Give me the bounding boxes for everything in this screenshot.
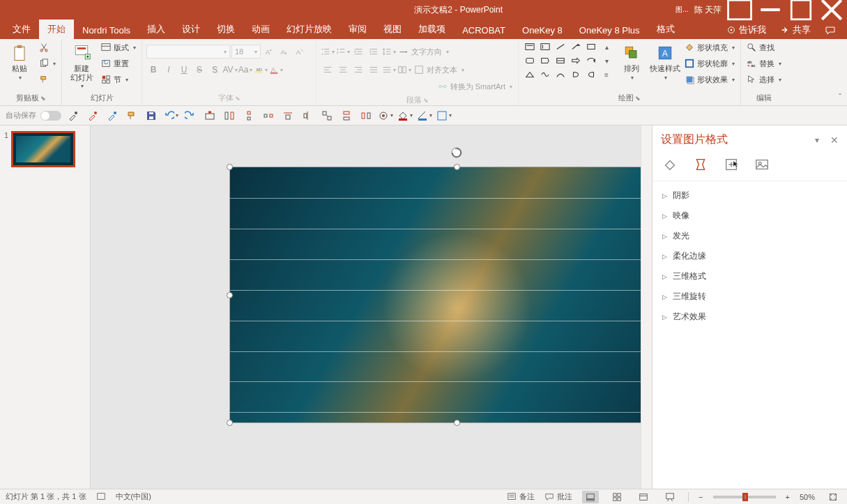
copy-button[interactable]: ▾	[38, 56, 57, 70]
zoom-out-button[interactable]: −	[699, 493, 703, 501]
pane-item-3drotation[interactable]: ▷三维旋转	[659, 287, 840, 307]
line-spacing-button[interactable]: ▾	[382, 45, 396, 59]
arrange-button[interactable]: 排列▾	[616, 40, 647, 81]
tab-insert[interactable]: 插入	[139, 20, 174, 39]
rotate-handle[interactable]	[450, 146, 463, 159]
comments-toggle[interactable]	[818, 22, 843, 39]
strike-button[interactable]: S	[192, 63, 206, 77]
format-painter-button[interactable]	[38, 72, 57, 86]
reset-button[interactable]: 重置	[100, 56, 137, 70]
pane-tab-fill[interactable]	[661, 155, 679, 174]
tab-animation[interactable]: 动画	[243, 20, 278, 39]
paste-button[interactable]: 粘贴▾	[4, 40, 35, 81]
view-reading-button[interactable]	[635, 491, 652, 503]
tab-design[interactable]: 设计	[174, 20, 208, 39]
section-button[interactable]: 节▾	[100, 72, 137, 86]
shapes-gallery[interactable]: ▴ ▾ ≡	[523, 40, 613, 81]
justify-button[interactable]	[367, 63, 381, 77]
resize-handle[interactable]	[227, 292, 233, 298]
pane-item-glow[interactable]: ▷发光	[659, 226, 840, 246]
align-text-button[interactable]: 对齐文本▾	[413, 63, 466, 77]
qat-btn-1[interactable]	[202, 108, 218, 123]
change-case-button[interactable]: Aa▾	[238, 63, 252, 77]
tab-review[interactable]: 审阅	[340, 20, 375, 39]
save-icon[interactable]	[144, 108, 159, 123]
eyedropper2-icon[interactable]	[85, 108, 100, 123]
highlight-button[interactable]: ab▾	[254, 63, 268, 77]
qat-btn-5[interactable]	[280, 108, 296, 123]
slide-thumbnails-panel[interactable]: 1	[0, 125, 91, 489]
undo-icon[interactable]: ▾	[163, 108, 178, 123]
pane-tab-effects[interactable]	[692, 155, 710, 174]
char-spacing-button[interactable]: AV▾	[223, 63, 237, 77]
tab-addin[interactable]: 加载项	[410, 20, 454, 39]
tell-me[interactable]: 告诉我	[719, 21, 773, 39]
shadow-button[interactable]: S	[208, 63, 222, 77]
close-button[interactable]	[816, 0, 847, 20]
grow-font-button[interactable]: A▴	[262, 45, 276, 59]
pane-tab-size[interactable]	[722, 155, 740, 174]
format-painter-icon[interactable]	[124, 108, 139, 123]
tab-file[interactable]: 文件	[4, 20, 39, 39]
resize-handle[interactable]	[454, 420, 460, 426]
qat-btn-2[interactable]	[222, 108, 237, 123]
qat-outline-icon[interactable]: ▾	[417, 108, 432, 123]
slide-thumbnail-1[interactable]	[11, 131, 75, 167]
align-left-button[interactable]	[321, 63, 335, 77]
font-launcher[interactable]: ⬊	[235, 95, 241, 102]
qat-btn-9[interactable]	[358, 108, 374, 123]
qat-btn-3[interactable]	[241, 108, 257, 123]
selected-picture[interactable]	[230, 167, 641, 422]
zoom-in-button[interactable]: +	[786, 493, 790, 501]
distribute-button[interactable]: ▾	[382, 63, 396, 77]
bold-button[interactable]: B	[146, 63, 160, 77]
pane-item-softedge[interactable]: ▷柔化边缘	[659, 246, 840, 266]
underline-button[interactable]: U	[177, 63, 191, 77]
indent-decrease-button[interactable]	[351, 45, 365, 59]
qat-btn-11[interactable]: ▾	[436, 108, 452, 123]
slide-canvas[interactable]	[91, 125, 641, 489]
layout-button[interactable]: 版式▾	[100, 40, 137, 54]
select-button[interactable]: 选择▾	[745, 72, 783, 86]
share-button[interactable]: 共享	[773, 21, 818, 39]
qat-btn-7[interactable]	[319, 108, 335, 123]
qat-fill-icon[interactable]: ▾	[397, 108, 413, 123]
autosave-toggle[interactable]	[40, 111, 61, 121]
bullets-button[interactable]: ▾	[321, 45, 335, 59]
eyedropper1-icon[interactable]	[66, 108, 81, 123]
qat-btn-6[interactable]	[300, 108, 315, 123]
indent-increase-button[interactable]	[367, 45, 381, 59]
pane-item-artistic[interactable]: ▷艺术效果	[659, 307, 840, 327]
comments-button[interactable]: 批注	[544, 491, 572, 502]
pane-item-reflection[interactable]: ▷映像	[659, 206, 840, 226]
view-slideshow-button[interactable]	[662, 491, 678, 503]
para-launcher[interactable]: ⬊	[423, 97, 429, 104]
draw-launcher[interactable]: ⬊	[635, 95, 641, 102]
view-normal-button[interactable]	[582, 491, 599, 503]
pane-tab-picture[interactable]	[753, 155, 771, 174]
qat-btn-8[interactable]	[339, 108, 354, 123]
convert-smartart-button[interactable]: 转换为 SmartArt▾	[436, 79, 514, 93]
pane-item-3dformat[interactable]: ▷三维格式	[659, 266, 840, 287]
resize-handle[interactable]	[227, 164, 233, 170]
shape-outline-button[interactable]: 形状轮廓▾	[683, 56, 736, 70]
qat-btn-10[interactable]: ▾	[378, 108, 393, 123]
clear-format-button[interactable]: A	[293, 45, 307, 59]
align-center-button[interactable]	[336, 63, 350, 77]
tab-acrobat[interactable]: ACROBAT	[454, 22, 514, 39]
columns-button[interactable]: ▾	[397, 63, 411, 77]
slide-counter[interactable]: 幻灯片 第 1 张，共 1 张	[6, 491, 86, 502]
resize-handle[interactable]	[227, 420, 233, 426]
accessibility-icon[interactable]	[96, 491, 106, 503]
qat-btn-4[interactable]	[261, 108, 276, 123]
replace-button[interactable]: abac替换▾	[745, 56, 783, 70]
fit-to-window-button[interactable]	[825, 491, 841, 503]
shrink-font-button[interactable]: A▾	[277, 45, 291, 59]
find-button[interactable]: 查找	[745, 40, 783, 54]
quick-styles-button[interactable]: A 快速样式▾	[650, 40, 680, 81]
italic-button[interactable]: I	[162, 63, 176, 77]
new-slide-button[interactable]: 新建 幻灯片▾	[66, 40, 97, 89]
tab-slideshow[interactable]: 幻灯片放映	[278, 20, 340, 39]
collapse-ribbon-icon[interactable]: ˇ	[839, 93, 841, 102]
user-area[interactable]: 图... 陈 天萍	[673, 4, 724, 16]
